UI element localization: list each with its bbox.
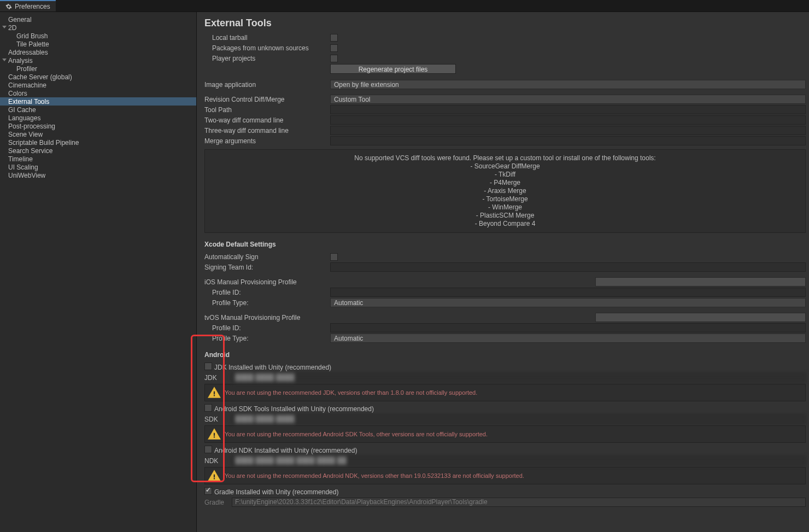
warning-icon	[207, 385, 221, 400]
ndk-warning: You are not using the recommended Androi…	[204, 467, 806, 484]
vcs-note: No supported VCS diff tools were found. …	[204, 149, 806, 233]
android-heading: Android	[204, 351, 806, 359]
jdk-label: JDK	[204, 374, 232, 382]
team-id-input[interactable]	[330, 262, 806, 272]
sidebar-item-search-service[interactable]: Search Service	[0, 147, 196, 155]
sidebar-item-gi-cache[interactable]: GI Cache	[0, 106, 196, 114]
tool-path-input[interactable]	[330, 105, 806, 114]
ios-profile-type-label: Profile Type:	[204, 299, 330, 307]
page-title: External Tools	[204, 17, 806, 29]
sidebar-item-external-tools[interactable]: External Tools	[0, 97, 196, 106]
tvos-profile-id-label: Profile ID:	[204, 324, 330, 332]
merge-args-label: Merge arguments	[204, 137, 330, 145]
ndk-path-input[interactable]: ████ ████ ████ ████ ████ ██	[232, 456, 806, 465]
ndk-checkbox-label: Android NDK Installed with Unity (recomm…	[214, 447, 357, 454]
tvos-profile-type-dropdown[interactable]: Automatic	[330, 334, 806, 343]
sidebar-item-post-processing[interactable]: Post-processing	[0, 122, 196, 130]
player-projects-checkbox[interactable]	[330, 55, 338, 62]
three-way-label: Three-way diff command line	[204, 127, 330, 135]
sidebar-item-cache-server-global-[interactable]: Cache Server (global)	[0, 73, 196, 81]
team-id-label: Signing Team Id:	[204, 264, 330, 271]
image-app-dropdown[interactable]: Open by file extension	[330, 80, 806, 89]
unknown-sources-checkbox[interactable]	[330, 44, 338, 52]
sidebar-item-tile-palette[interactable]: Tile Palette	[0, 40, 196, 48]
jdk-checkbox-label: JDK Installed with Unity (recommended)	[214, 364, 331, 371]
gear-icon	[5, 3, 12, 10]
revision-control-dropdown[interactable]: Custom Tool	[330, 95, 806, 104]
sidebar-item-ui-scaling[interactable]: UI Scaling	[0, 163, 196, 171]
sidebar-item-languages[interactable]: Languages	[0, 114, 196, 122]
jdk-path-input[interactable]: ████ ████ ████	[232, 373, 806, 382]
sidebar-item-cinemachine[interactable]: Cinemachine	[0, 81, 196, 89]
image-app-label: Image application	[204, 81, 330, 89]
jdk-warning: You are not using the recommended JDK, v…	[204, 384, 806, 401]
tvos-browse-button[interactable]	[595, 313, 806, 322]
tool-path-label: Tool Path	[204, 106, 330, 114]
sdk-path-input[interactable]: ████ ████ ████	[232, 414, 806, 424]
sidebar-item-addressables[interactable]: Addressables	[0, 48, 196, 56]
sidebar-item-grid-brush[interactable]: Grid Brush	[0, 32, 196, 40]
two-way-input[interactable]	[330, 115, 806, 125]
sidebar-item-scene-view[interactable]: Scene View	[0, 130, 196, 138]
sdk-label: SDK	[204, 416, 232, 423]
ndk-label: NDK	[204, 457, 232, 465]
ios-prov-heading: iOS Manual Provisioning Profile	[204, 278, 330, 286]
sidebar-item-timeline[interactable]: Timeline	[0, 155, 196, 163]
sidebar-item-scriptable-build-pipeline[interactable]: Scriptable Build Pipeline	[0, 138, 196, 147]
local-tarball-label: Local tarball	[204, 34, 330, 42]
sidebar-item-colors[interactable]: Colors	[0, 89, 196, 97]
two-way-label: Two-way diff command line	[204, 116, 330, 124]
three-way-input[interactable]	[330, 126, 806, 135]
sidebar-item-profiler[interactable]: Profiler	[0, 65, 196, 73]
ios-profile-id-input[interactable]	[330, 288, 806, 297]
tvos-profile-type-label: Profile Type:	[204, 335, 330, 342]
main-panel: External Tools Local tarball Packages fr…	[197, 12, 809, 532]
gradle-checkbox[interactable]	[204, 487, 212, 495]
sdk-checkbox-label: Android SDK Tools Installed with Unity (…	[214, 405, 374, 413]
auto-sign-checkbox[interactable]	[330, 253, 338, 261]
local-tarball-checkbox[interactable]	[330, 34, 338, 42]
auto-sign-label: Automatically Sign	[204, 253, 330, 261]
sidebar-item-general[interactable]: General	[0, 15, 196, 24]
revision-control-label: Revision Control Diff/Merge	[204, 96, 330, 103]
unknown-sources-label: Packages from unknown sources	[204, 44, 330, 52]
gradle-label: Gradle	[204, 499, 232, 506]
ndk-checkbox[interactable]	[204, 446, 212, 453]
gradle-checkbox-label: Gradle Installed with Unity (recommended…	[214, 488, 338, 496]
sidebar-item-analysis[interactable]: Analysis	[0, 56, 196, 65]
warning-icon	[207, 427, 221, 441]
tab-bar: Preferences	[0, 0, 809, 12]
warning-icon	[207, 469, 221, 483]
sidebar-item-uniwebview[interactable]: UniWebView	[0, 171, 196, 179]
ios-profile-id-label: Profile ID:	[204, 289, 330, 296]
sidebar-item-2d[interactable]: 2D	[0, 24, 196, 32]
merge-args-input[interactable]	[330, 136, 806, 145]
sdk-warning: You are not using the recommended Androi…	[204, 425, 806, 443]
tab-label: Preferences	[15, 3, 50, 10]
gradle-path-input: F:\unityEngine\2020.3.33f1c2\Editor\Data…	[232, 498, 806, 507]
tab-preferences[interactable]: Preferences	[0, 0, 56, 11]
tvos-profile-id-input[interactable]	[330, 323, 806, 332]
sdk-checkbox[interactable]	[204, 404, 212, 412]
tvos-prov-heading: tvOS Manual Provisioning Profile	[204, 314, 330, 321]
jdk-checkbox[interactable]	[204, 363, 212, 370]
sidebar: General2DGrid BrushTile PaletteAddressab…	[0, 12, 197, 532]
player-projects-label: Player projects	[204, 55, 330, 62]
ios-profile-type-dropdown[interactable]: Automatic	[330, 298, 806, 307]
regenerate-button[interactable]: Regenerate project files	[330, 64, 456, 74]
ios-browse-button[interactable]	[595, 277, 806, 287]
xcode-heading: Xcode Default Settings	[204, 241, 806, 248]
